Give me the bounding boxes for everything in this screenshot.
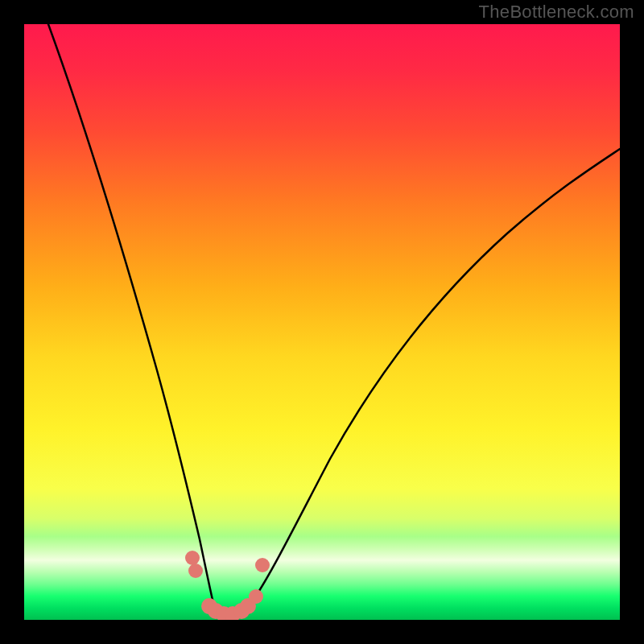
dot-10 bbox=[255, 558, 270, 572]
curve-right bbox=[213, 149, 620, 614]
dot-1 bbox=[185, 551, 200, 565]
curve-left bbox=[48, 24, 213, 600]
overlay-svg bbox=[24, 24, 620, 620]
plot-area bbox=[24, 24, 620, 620]
dot-9 bbox=[249, 589, 263, 604]
dot-2 bbox=[188, 564, 203, 578]
chart-root: TheBottleneck.com bbox=[0, 0, 644, 644]
watermark-text: TheBottleneck.com bbox=[479, 2, 634, 23]
